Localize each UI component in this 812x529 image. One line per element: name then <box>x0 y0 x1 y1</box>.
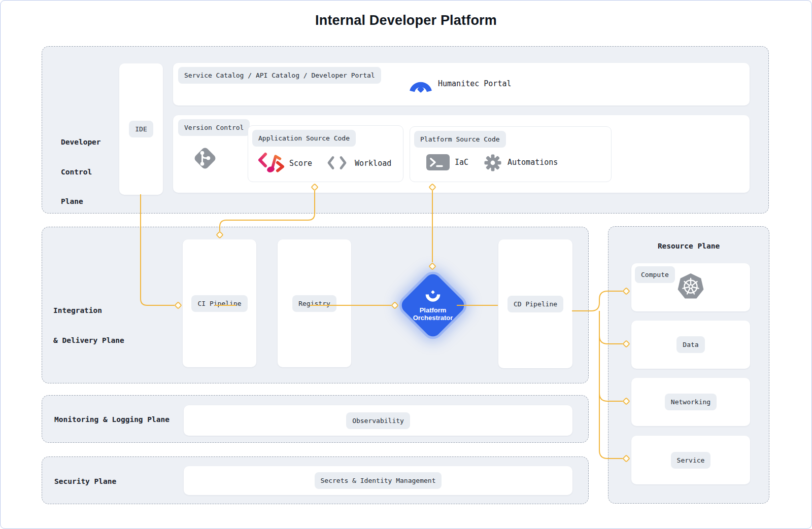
service-catalog-box: Service Catalog / API Catalog / Develope… <box>173 63 750 105</box>
internal-developer-platform-diagram: Internal Developer Platform Developer Co… <box>0 0 812 529</box>
platform-source-code-chip: Platform Source Code <box>414 131 506 148</box>
page-title: Internal Developer Platform <box>1 13 811 28</box>
application-source-code-box: Application Source Code Sc <box>248 125 403 182</box>
compute-chip: Compute <box>635 266 675 283</box>
score-icon <box>257 151 286 174</box>
platform-source-code-box: Platform Source Code IaC <box>410 126 612 182</box>
score-label: Score <box>289 160 312 167</box>
humanitec-orchestrator-icon <box>424 290 442 304</box>
ci-pipeline-chip: CI Pipeline <box>191 295 247 312</box>
registry-box: Registry <box>278 239 351 367</box>
security-plane-label: Security Plane <box>54 477 116 487</box>
humanitec-portal-label: Humanitec Portal <box>438 79 512 88</box>
ide-chip: IDE <box>129 121 153 137</box>
cd-pipeline-box: CD Pipeline <box>498 239 572 368</box>
plane-monitoring-logging: Monitoring & Logging Plane Observability <box>42 395 589 443</box>
workload-label: Workload <box>355 160 391 167</box>
platform-orchestrator-label: Platform Orchestrator <box>413 306 453 322</box>
observability-box: Observability <box>184 405 572 436</box>
git-icon <box>192 145 218 171</box>
service-box: Service <box>631 436 750 484</box>
compute-box: Compute <box>631 263 750 311</box>
networking-box: Networking <box>631 378 750 426</box>
kubernetes-icon <box>676 272 705 301</box>
resource-plane-label: Resource Plane <box>608 242 769 250</box>
plane-resource: Resource Plane Compute Dat <box>608 226 769 504</box>
humanitec-portal: Humanitec Portal <box>409 73 512 94</box>
gear-icon <box>484 154 501 171</box>
plane-developer-control: Developer Control Plane IDE Service Cata… <box>42 46 769 214</box>
iac-label: IaC <box>455 159 468 166</box>
ci-pipeline-box: CI Pipeline <box>183 239 256 367</box>
observability-chip: Observability <box>346 412 410 429</box>
platform-orchestrator-node: Platform Orchestrator <box>398 271 467 340</box>
application-source-code-chip: Application Source Code <box>252 130 356 147</box>
terminal-icon <box>426 154 450 170</box>
data-chip: Data <box>676 336 704 353</box>
developer-control-plane-label: Developer Control Plane <box>61 118 101 227</box>
version-control-box: Version Control Application Source Code <box>173 115 750 193</box>
plane-integration-delivery: Integration & Delivery Plane CI Pipeline… <box>42 227 589 383</box>
version-control-chip: Version Control <box>178 119 250 136</box>
secrets-identity-chip: Secrets & Identity Management <box>315 472 442 489</box>
code-brackets-icon <box>326 155 348 170</box>
cd-pipeline-chip: CD Pipeline <box>507 296 563 312</box>
service-catalog-chip: Service Catalog / API Catalog / Develope… <box>178 67 381 84</box>
data-box: Data <box>631 321 750 369</box>
service-chip: Service <box>671 452 711 469</box>
registry-chip: Registry <box>292 295 336 312</box>
plane-security: Security Plane Secrets & Identity Manage… <box>42 456 589 504</box>
humanitec-portal-logo-icon <box>409 73 433 94</box>
ide-box: IDE <box>119 63 163 195</box>
networking-chip: Networking <box>665 394 717 410</box>
secrets-identity-box: Secrets & Identity Management <box>184 466 572 495</box>
automations-label: Automations <box>507 159 558 166</box>
monitoring-logging-plane-label: Monitoring & Logging Plane <box>54 415 170 425</box>
integration-delivery-plane-label: Integration & Delivery Plane <box>53 286 124 365</box>
